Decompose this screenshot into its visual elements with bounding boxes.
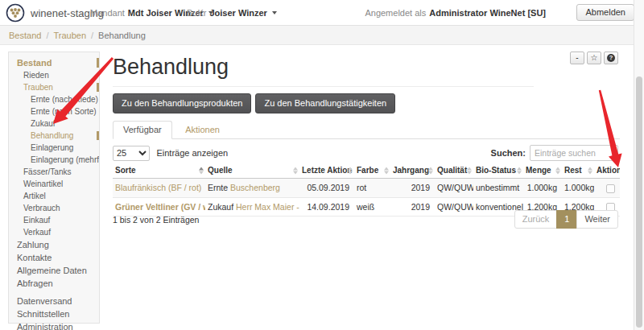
panel-controls: - ☆ ? (570, 52, 618, 64)
breadcrumb-separator: / (91, 31, 93, 40)
page-title: Behandlung (113, 55, 229, 80)
tab-aktionen[interactable]: Aktionen (175, 122, 229, 138)
breadcrumb-separator: / (46, 31, 48, 40)
pagination-prev-button[interactable]: Zurück (514, 210, 558, 229)
cell-bio-status: unbestimmt (473, 179, 523, 198)
sidebar-item-ernte-nach-sorte-[interactable]: Ernte (nach Sorte) (9, 105, 99, 118)
sidebar-item-zukauf[interactable]: Zukauf (9, 118, 99, 130)
table-header-row: SorteQuelleLetzte AktionFarbeJahrgangQua… (113, 163, 620, 179)
main-content: - ☆ ? Behandlung Zu den Behandlungsprodu… (113, 45, 620, 330)
page-length-label: Einträge anzeigen (156, 148, 228, 158)
logout-button[interactable]: Abmelden (576, 4, 634, 21)
top-navbar: winenet-staging Mandant Mdt Joiser Winze… (0, 0, 644, 26)
sort-icon (348, 167, 353, 174)
row-checkbox[interactable] (606, 184, 615, 193)
behandlungsprodukte-button[interactable]: Zu den Behandlungsprodukten (113, 93, 251, 113)
minus-icon: - (576, 53, 578, 62)
sidebar-item-trauben[interactable]: Trauben (9, 81, 99, 93)
cell-menge: 1.000kg (523, 179, 562, 198)
tab-verfuegbar[interactable]: Verfügbar (113, 121, 172, 139)
sidebar-item-schnittstellen[interactable]: Schnittstellen (9, 307, 99, 320)
search-control: Suchen: (491, 145, 618, 161)
sidebar-item-allgemeine-daten[interactable]: Allgemeine Daten (9, 264, 99, 277)
quelle-prefix: Ernte (208, 183, 228, 192)
sidebar-item-administration[interactable]: Administration (9, 320, 99, 330)
sidebar-item-verkauf[interactable]: Verkauf (9, 226, 99, 238)
table-footer: 1 bis 2 von 2 Einträgen Zurück 1 Weiter (113, 210, 620, 234)
star-icon: ☆ (591, 53, 598, 62)
column-header-bio-status[interactable]: Bio-Status (473, 163, 523, 179)
column-header-menge[interactable]: Menge (523, 163, 562, 179)
question-icon: ? (607, 54, 615, 62)
sidebar-item-ernte-nach-riede-[interactable]: Ernte (nach Riede) (9, 93, 99, 105)
column-header-sorte[interactable]: Sorte (113, 163, 205, 179)
cell-jahrgang: 2019 (390, 179, 435, 198)
help-button[interactable]: ? (604, 52, 618, 64)
sidebar-item-artikel[interactable]: Artikel (9, 190, 99, 202)
quelle-link[interactable]: Buschenberg (230, 183, 280, 192)
sorte-link[interactable]: Blaufränkisch (BF / rot) (115, 183, 201, 192)
table-row: Blaufränkisch (BF / rot)Ernte Buschenber… (113, 179, 620, 198)
sort-icon (517, 167, 522, 174)
brand-logo-link[interactable]: winenet-staging (6, 3, 104, 23)
cell-quelle: Ernte Buschenberg (205, 179, 299, 198)
cell-qualitaet: QW/QUW (435, 179, 473, 198)
search-input[interactable] (530, 145, 618, 161)
logged-in-user: Administrator WineNet [SU] (429, 8, 546, 18)
page-length-select[interactable]: 25 (113, 146, 150, 161)
sidebar-item-weinartikel[interactable]: Weinartikel (9, 178, 99, 190)
sidebar-item-einlagerung[interactable]: Einlagerung (9, 142, 99, 154)
sidebar-item-rieden[interactable]: Rieden (9, 69, 99, 81)
pagination-page-1[interactable]: 1 (556, 210, 577, 229)
minimize-button[interactable]: - (570, 52, 584, 64)
sidebar-item-einlagerung-mehrfach-[interactable]: Einlagerung (mehrfach) (9, 154, 99, 166)
scrollbar-thumb[interactable] (636, 76, 642, 328)
sidebar-item-f-sser-tanks[interactable]: Fässer/Tanks (9, 166, 99, 178)
cell-sorte: Blaufränkisch (BF / rot) (113, 179, 205, 198)
sort-icon (293, 167, 298, 174)
sidebar-item-verbrauch[interactable]: Verbrauch (9, 202, 99, 214)
sidebar-item-einkauf[interactable]: Einkauf (9, 214, 99, 226)
winenet-logo-icon (6, 3, 25, 23)
cell-rest: 1.000kg (562, 179, 594, 198)
entries-info: 1 bis 2 von 2 Einträgen (113, 215, 199, 225)
cell-farbe: rot (354, 179, 390, 198)
cell-letzte-aktion: 05.09.2019 (299, 179, 354, 198)
breadcrumb-bestand[interactable]: Bestand (9, 31, 41, 40)
sort-icon (467, 167, 472, 174)
column-header-farbe[interactable]: Farbe (354, 163, 390, 179)
sidebar-item-abfragen[interactable]: Abfragen (9, 277, 99, 290)
action-buttons: Zu den Behandlungsprodukten Zu den Behan… (113, 93, 395, 113)
cell-aktionen (594, 179, 620, 198)
sort-icon (199, 167, 204, 174)
sidebar-item-kontakte[interactable]: Kontakte (9, 251, 99, 264)
logged-in-status: Angemeldet als Administrator WineNet [SU… (365, 0, 546, 26)
sort-icon (555, 167, 560, 174)
breadcrumb-trauben[interactable]: Trauben (53, 31, 86, 40)
mandant-label: Mandant (90, 8, 125, 18)
chevron-down-icon (272, 11, 277, 14)
bukr-dropdown[interactable]: BuKr Joiser Winzer (187, 0, 277, 26)
column-header-jahrgang[interactable]: Jahrgang (390, 163, 435, 179)
favorite-button[interactable]: ☆ (587, 52, 601, 64)
table-header: SorteQuelleLetzte AktionFarbeJahrgangQua… (113, 163, 620, 179)
sidebar-nav: BestandRiedenTraubenErnte (nach Riede)Er… (8, 52, 100, 324)
column-header-letzte-aktion[interactable]: Letzte Aktion (299, 163, 354, 179)
vertical-scrollbar (634, 0, 644, 330)
sidebar-item-zahlung[interactable]: Zahlung (9, 238, 99, 251)
sidebar-item-bestand[interactable]: Bestand (9, 56, 99, 69)
sidebar-item-datenversand[interactable]: Datenversand (9, 295, 99, 307)
sidebar-item-behandlung[interactable]: Behandlung (9, 130, 99, 142)
column-header-qualit-t[interactable]: Qualität (435, 163, 473, 179)
table-controls: 25 Einträge anzeigen Suchen: (113, 145, 620, 163)
sort-icon (384, 167, 389, 174)
breadcrumb-current: Behandlung (98, 31, 146, 40)
bukr-label: BuKr (187, 8, 206, 18)
app-window: winenet-staging Mandant Mdt Joiser Winze… (0, 0, 644, 330)
behandlungstaetigkeiten-button[interactable]: Zu den Behandlungstätigkeiten (255, 93, 395, 113)
column-header-quelle[interactable]: Quelle (205, 163, 299, 179)
search-label: Suchen: (491, 148, 526, 158)
tab-bar: Verfügbar Aktionen (113, 121, 620, 139)
pagination-next-button[interactable]: Weiter (576, 210, 618, 229)
column-header-rest[interactable]: Rest (562, 163, 594, 179)
